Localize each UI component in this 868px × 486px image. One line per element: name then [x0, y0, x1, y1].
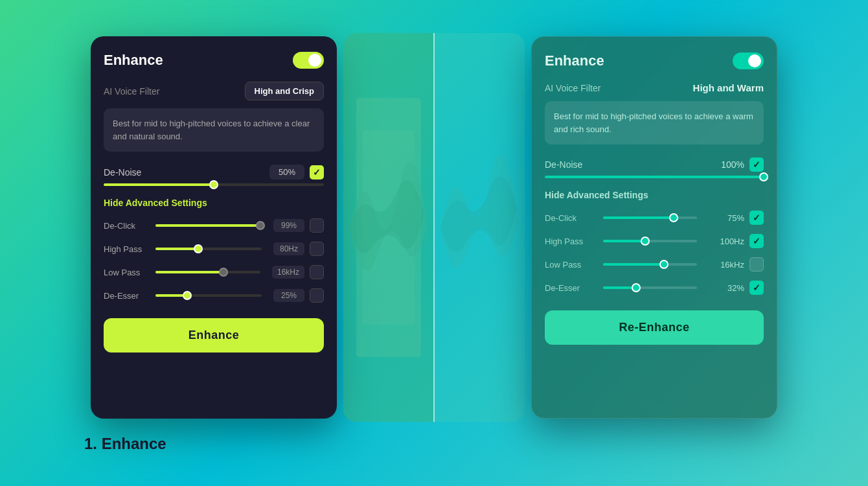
left-denoise-checkbox[interactable]	[310, 165, 324, 179]
right-highpass-controls: 100Hz	[597, 234, 764, 248]
left-lowpass-checkbox[interactable]	[310, 265, 324, 279]
left-card-title: Enhance	[104, 52, 163, 69]
left-declick-value: 99%	[273, 219, 304, 232]
right-denoise-checkbox[interactable]	[749, 157, 764, 172]
right-lowpass-row: Low Pass 16kHz	[545, 257, 764, 272]
right-declick-value: 75%	[709, 213, 744, 223]
left-denoise-fill	[104, 183, 214, 186]
left-highpass-checkbox[interactable]	[310, 242, 324, 256]
left-declick-fill	[155, 224, 260, 227]
right-filter-badge[interactable]: High and Warm	[693, 82, 764, 93]
right-lowpass-thumb[interactable]	[659, 260, 668, 269]
right-declick-checkbox[interactable]	[749, 211, 764, 225]
left-highpass-track	[155, 248, 262, 250]
right-highpass-track	[603, 240, 697, 242]
right-declick-label: De-Click	[545, 213, 597, 223]
right-deesser-value: 32%	[709, 283, 744, 293]
left-ai-filter-label: AI Voice Filter	[104, 86, 159, 97]
left-filter-badge[interactable]: High and Crisp	[245, 82, 324, 100]
right-deesser-checkbox[interactable]	[749, 281, 764, 295]
right-highpass-label: High Pass	[545, 237, 597, 246]
right-declick-slider[interactable]	[603, 216, 697, 219]
left-deesser-track	[155, 294, 262, 297]
right-deesser-row: De-Esser 32%	[545, 281, 764, 295]
left-declick-thumb[interactable]	[256, 221, 265, 230]
right-lowpass-track	[603, 263, 697, 266]
left-denoise-slider[interactable]	[104, 183, 324, 186]
right-highpass-thumb[interactable]	[641, 237, 650, 246]
left-denoise-track	[104, 183, 324, 186]
right-denoise-label: De-Noise	[545, 159, 582, 170]
right-toggle[interactable]	[733, 52, 764, 69]
left-lowpass-thumb[interactable]	[219, 268, 228, 277]
left-denoise-slider-row	[104, 183, 324, 186]
right-card: Enhance AI Voice Filter High and Warm Be…	[531, 36, 777, 419]
left-lowpass-label: Low Pass	[104, 268, 149, 277]
left-deesser-controls: 25%	[149, 288, 324, 303]
left-lowpass-track	[155, 271, 260, 273]
left-deesser-slider[interactable]	[155, 294, 262, 297]
right-deesser-thumb[interactable]	[632, 283, 641, 292]
right-declick-track	[603, 216, 697, 219]
reenhance-button[interactable]: Re-Enhance	[545, 310, 764, 345]
left-deesser-checkbox[interactable]	[310, 288, 324, 303]
right-deesser-controls: 32%	[597, 281, 764, 295]
right-denoise-thumb[interactable]	[759, 172, 768, 181]
left-deesser-section: De-Esser 25%	[104, 288, 324, 303]
right-denoise-slider[interactable]	[545, 176, 764, 178]
step-label: 1. Enhance	[45, 435, 166, 453]
left-lowpass-slider[interactable]	[155, 271, 260, 273]
right-ai-filter-label: AI Voice Filter	[545, 83, 600, 93]
left-declick-slider[interactable]	[155, 224, 262, 227]
left-denoise-controls: 50%	[269, 165, 324, 179]
right-lowpass-section: Low Pass 16kHz	[545, 257, 764, 272]
left-highpass-controls: 80Hz	[149, 242, 324, 256]
waveform-right	[434, 33, 525, 422]
right-deesser-label: De-Esser	[545, 283, 597, 293]
left-card-header: Enhance	[104, 52, 324, 69]
right-highpass-slider[interactable]	[603, 240, 697, 242]
right-deesser-section: De-Esser 32%	[545, 281, 764, 295]
left-denoise-thumb[interactable]	[209, 180, 218, 189]
left-lowpass-value: 16kHz	[272, 266, 304, 279]
left-declick-row: De-Click 99%	[104, 218, 324, 233]
left-filter-row: AI Voice Filter High and Crisp	[104, 82, 324, 100]
right-description: Best for mid to high-pitched voices to a…	[545, 101, 764, 145]
right-deesser-slider[interactable]	[603, 286, 697, 289]
right-highpass-checkbox[interactable]	[749, 234, 764, 248]
left-highpass-section: High Pass 80Hz	[104, 242, 324, 256]
left-deesser-row: De-Esser 25%	[104, 288, 324, 303]
right-lowpass-slider[interactable]	[603, 263, 697, 266]
enhance-button[interactable]: Enhance	[104, 318, 324, 353]
right-hide-advanced[interactable]: Hide Advanced Settings	[545, 190, 764, 200]
right-declick-fill	[603, 216, 674, 219]
left-highpass-value: 80Hz	[273, 242, 304, 255]
left-lowpass-controls: 16kHz	[149, 265, 324, 279]
right-declick-row: De-Click 75%	[545, 211, 764, 225]
left-toggle[interactable]	[293, 52, 324, 69]
right-highpass-fill	[603, 240, 645, 242]
waveform-container	[343, 33, 525, 422]
right-lowpass-checkbox[interactable]	[749, 257, 764, 272]
right-lowpass-value: 16kHz	[709, 260, 744, 270]
left-lowpass-section: Low Pass 16kHz	[104, 265, 324, 279]
left-highpass-thumb[interactable]	[194, 244, 203, 253]
left-deesser-thumb[interactable]	[183, 291, 192, 300]
right-lowpass-label: Low Pass	[545, 260, 597, 270]
left-lowpass-fill	[155, 271, 223, 273]
right-denoise-row: De-Noise 100%	[545, 157, 764, 172]
left-declick-checkbox[interactable]	[310, 218, 324, 233]
bottom-row: 1. Enhance	[45, 422, 823, 453]
right-filter-row: AI Voice Filter High and Warm	[545, 82, 764, 93]
right-declick-section: De-Click 75%	[545, 211, 764, 225]
right-denoise-fill	[545, 176, 764, 178]
left-declick-section: De-Click 99%	[104, 218, 324, 233]
left-declick-label: De-Click	[104, 221, 149, 231]
left-highpass-slider[interactable]	[155, 248, 262, 250]
left-card: Enhance AI Voice Filter High and Crisp B…	[91, 36, 337, 419]
left-highpass-fill	[155, 248, 198, 250]
waveform-right-svg	[434, 33, 525, 422]
left-hide-advanced[interactable]: Hide Advanced Settings	[104, 198, 324, 208]
left-highpass-row: High Pass 80Hz	[104, 242, 324, 256]
right-declick-thumb[interactable]	[669, 213, 678, 222]
